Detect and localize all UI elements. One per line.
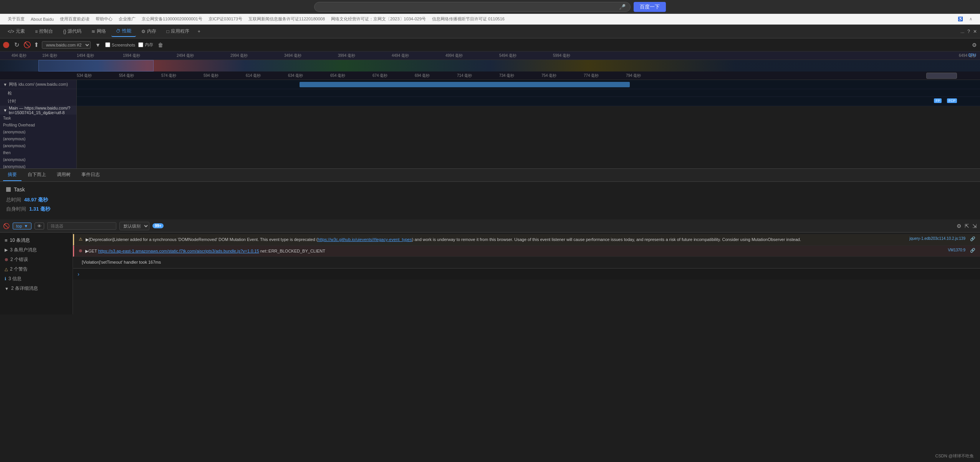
timing-track-row: FP FCP — [77, 97, 980, 106]
tab-bottom-up[interactable]: 自下而上 — [23, 170, 51, 181]
ruler-tick-7: 3994 毫秒 — [338, 53, 355, 58]
nav-link-enterprise[interactable]: 企业推广 — [119, 16, 136, 22]
tab-elements[interactable]: </> 元素 — [3, 26, 30, 37]
sidebar-item-info[interactable]: ℹ 3 信息 — [0, 274, 73, 284]
sidebar-item-warnings[interactable]: △ 2 个警告 — [0, 264, 73, 274]
upload-button[interactable]: ⬆ — [34, 41, 39, 48]
bottom-tick-0: 534 毫秒 — [77, 73, 92, 78]
info-label: 3 信息 — [8, 276, 22, 282]
error-url-link[interactable]: https://s3.ap-east-1.amazonaws.com/stati… — [98, 249, 259, 253]
jank-label-row: 检 — [0, 89, 76, 97]
nav-link-help[interactable]: 帮助中心 — [96, 16, 113, 22]
settings-button[interactable]: ⚙ — [972, 42, 977, 48]
error-source[interactable]: VM1370:9 — [948, 248, 965, 252]
browser-search-box[interactable]: 🎤 — [314, 2, 631, 12]
tab-call-tree[interactable]: 调用树 — [52, 170, 75, 181]
sidebar-item-user-messages[interactable]: ▶ 3 条用户消息 — [0, 245, 73, 255]
console-filter-context-button[interactable]: top ▼ — [13, 223, 31, 229]
message-count-badge: 99+ — [152, 223, 164, 228]
ruler-tick-4: 2494 毫秒 — [177, 53, 194, 58]
memory-checkbox[interactable] — [138, 42, 143, 47]
dropdown-arrow-icon: ▼ — [24, 224, 28, 228]
bottom-panel: 摘要 自下而上 调用树 事件日志 Task 总时间 48.97 毫秒 自身时间 … — [0, 168, 980, 314]
baidu-search-button[interactable]: 百度一下 — [634, 2, 666, 12]
tab-source[interactable]: {} 源代码 — [58, 26, 86, 37]
ruler-tick-3: 1994 毫秒 — [123, 53, 140, 58]
console-dock-button[interactable]: ⇲ — [972, 223, 977, 229]
console-filter-input[interactable] — [47, 222, 116, 230]
ruler-tick-11: 5994 毫秒 — [553, 53, 570, 58]
memory-icon: ⚙ — [141, 29, 146, 34]
expand-main-arrow[interactable]: ▼ — [3, 108, 7, 113]
error-icon: ⊗ — [5, 257, 8, 262]
sidebar-item-verbose[interactable]: ▼ 2 条详细消息 — [0, 284, 73, 293]
expand-network-arrow[interactable]: ▼ — [3, 82, 7, 87]
deprecation-source[interactable]: jquery-1.edb203c114.10.2.js:139 — [909, 236, 965, 241]
tab-network[interactable]: ≋ 网络 — [87, 26, 111, 37]
expand-icon[interactable]: ∧ — [969, 17, 972, 22]
profile-select[interactable]: www.baidu.com #2 — [42, 41, 91, 49]
help-button[interactable]: ? — [967, 29, 970, 34]
add-tab-button[interactable]: + — [195, 29, 204, 34]
console-eye-button[interactable]: 👁 — [35, 223, 44, 229]
reload-button[interactable]: ↻ — [12, 41, 21, 49]
bottom-tick-13: 794 毫秒 — [626, 73, 641, 78]
toolbar-right: ... ? ✕ — [960, 29, 977, 34]
source-icon: {} — [63, 29, 66, 34]
tab-application[interactable]: □ 应用程序 — [162, 26, 194, 37]
source-link-icon[interactable]: 🔗 — [970, 236, 975, 241]
sidebar-item-errors[interactable]: ⊗ 2 个错误 — [0, 255, 73, 264]
record-button[interactable] — [3, 42, 9, 48]
nav-link-about-en[interactable]: About Baidu — [31, 17, 54, 22]
bottom-tick-7: 674 毫秒 — [372, 73, 387, 78]
timeline-scroll-handle[interactable] — [926, 73, 957, 79]
task-label-row: Task — [0, 115, 76, 121]
user-messages-label: 3 条用户消息 — [10, 247, 37, 253]
timeline-tracks-section: ▼ 网络 idu.com/ (www.baidu.com) 检 计时 ▼ Mai… — [0, 80, 980, 168]
info-icon: ℹ — [5, 276, 6, 281]
bottom-tick-11: 754 毫秒 — [541, 73, 556, 78]
bottom-tabs-bar: 摘要 自下而上 调用树 事件日志 — [0, 169, 980, 182]
bottom-tick-1: 554 毫秒 — [119, 73, 134, 78]
timing-label: 计时 — [3, 98, 16, 104]
deprecation-link[interactable]: https://w3c.github.io/uievents/#legacy-e… — [318, 237, 412, 242]
bottom-tick-3: 594 毫秒 — [204, 73, 219, 78]
performance-icon: ⏱ — [116, 28, 121, 34]
console-settings-button[interactable]: ⚙ — [957, 223, 962, 229]
console-messages-panel[interactable]: ⚠ ▶[Deprecation]Listener added for a syn… — [73, 233, 980, 314]
console-message-deprecation: ⚠ ▶[Deprecation]Listener added for a syn… — [73, 234, 980, 246]
close-devtools-button[interactable]: ✕ — [973, 29, 977, 34]
all-messages-label: 10 条消息 — [10, 237, 30, 244]
nav-link-about[interactable]: 关于百度 — [8, 16, 25, 22]
play-icon: ▶ — [5, 248, 8, 253]
ruler-tick-0: 494 毫秒 — [12, 53, 26, 58]
timeline-minimap[interactable] — [0, 60, 980, 71]
clear-button[interactable]: 🚫 — [24, 42, 31, 48]
sidebar-item-all[interactable]: ≡ 10 条消息 — [0, 236, 73, 245]
tab-summary[interactable]: 摘要 — [3, 170, 22, 181]
total-time-label: 总时间 — [6, 196, 21, 203]
tab-performance[interactable]: ⏱ 性能 — [111, 26, 136, 37]
warnings-label: 2 个警告 — [10, 266, 28, 273]
console-prompt-input[interactable] — [83, 271, 975, 277]
accessibility-icon: ♿ — [958, 17, 963, 22]
bottom-tick-12: 774 毫秒 — [584, 73, 599, 78]
nav-link-terms[interactable]: 使用百度前必读 — [60, 16, 89, 22]
delete-recording-button[interactable]: 🗑 — [158, 42, 163, 48]
timeline-selection-range[interactable] — [38, 60, 154, 71]
console-clear-button[interactable]: 🚫 — [3, 223, 10, 229]
console-level-select[interactable]: 默认级别 — [119, 222, 149, 230]
task-title-label: Task — [14, 186, 25, 193]
console-size-button[interactable]: ⇱ — [965, 223, 969, 229]
console-prompt[interactable]: › — [73, 268, 980, 279]
screenshots-checkbox[interactable] — [105, 42, 110, 47]
tab-memory[interactable]: ⚙ 内存 — [137, 26, 161, 37]
error-source-icon[interactable]: 🔗 — [970, 248, 975, 253]
tab-event-log[interactable]: 事件日志 — [77, 170, 104, 181]
timeline-content-column[interactable]: FP FCP Task Task Task Task Task Task Tas… — [77, 80, 980, 168]
search-input[interactable] — [319, 4, 619, 10]
more-options-button[interactable]: ... — [960, 29, 964, 34]
tab-console[interactable]: ≡ 控制台 — [30, 26, 58, 37]
depth5-label: (anonymous) — [0, 142, 76, 149]
search-mic-icon: 🎤 — [619, 4, 626, 10]
